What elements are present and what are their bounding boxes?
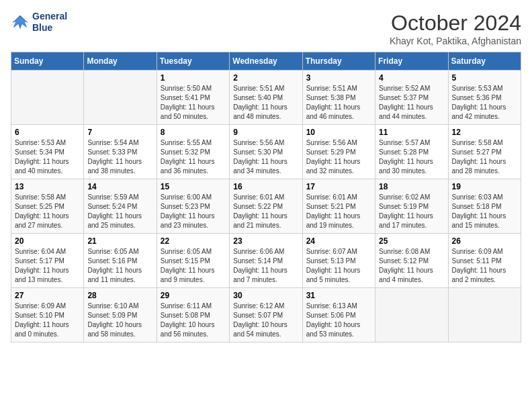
calendar-cell: 8Sunrise: 5:55 AMSunset: 5:32 PMDaylight… [157, 125, 229, 179]
calendar-cell: 12Sunrise: 5:58 AMSunset: 5:27 PMDayligh… [448, 125, 521, 179]
day-number: 10 [306, 128, 371, 137]
day-info: Sunrise: 6:10 AMSunset: 5:09 PMDaylight:… [87, 302, 152, 339]
day-number: 2 [233, 73, 298, 83]
day-number: 20 [15, 236, 80, 246]
day-info: Sunrise: 5:50 AMSunset: 5:41 PMDaylight:… [161, 84, 226, 122]
day-number: 13 [15, 182, 80, 191]
calendar-cell: 28Sunrise: 6:10 AMSunset: 5:09 PMDayligh… [84, 288, 157, 342]
day-number: 19 [452, 182, 517, 191]
week-row-4: 20Sunrise: 6:04 AMSunset: 5:17 PMDayligh… [11, 234, 521, 288]
day-info: Sunrise: 6:01 AMSunset: 5:21 PMDaylight:… [306, 193, 371, 230]
week-row-1: 1Sunrise: 5:50 AMSunset: 5:41 PMDaylight… [11, 71, 521, 125]
calendar-cell: 31Sunrise: 6:13 AMSunset: 5:06 PMDayligh… [302, 288, 375, 342]
day-info: Sunrise: 6:08 AMSunset: 5:12 PMDaylight:… [379, 247, 444, 285]
calendar-cell: 17Sunrise: 6:01 AMSunset: 5:21 PMDayligh… [302, 179, 375, 234]
day-number: 21 [87, 236, 152, 246]
calendar-cell [84, 71, 157, 125]
day-number: 22 [161, 236, 226, 246]
calendar-cell: 22Sunrise: 6:05 AMSunset: 5:15 PMDayligh… [157, 234, 229, 288]
day-info: Sunrise: 5:55 AMSunset: 5:32 PMDaylight:… [161, 138, 226, 176]
location-title: Khayr Kot, Paktika, Afghanistan [390, 36, 521, 46]
header-row: SundayMondayTuesdayWednesdayThursdayFrid… [11, 52, 521, 71]
day-number: 26 [452, 236, 517, 246]
day-info: Sunrise: 5:51 AMSunset: 5:40 PMDaylight:… [233, 84, 298, 122]
day-info: Sunrise: 5:56 AMSunset: 5:29 PMDaylight:… [306, 138, 371, 176]
day-info: Sunrise: 5:59 AMSunset: 5:24 PMDaylight:… [87, 193, 152, 230]
day-info: Sunrise: 5:58 AMSunset: 5:25 PMDaylight:… [15, 193, 80, 230]
day-number: 25 [379, 236, 444, 246]
day-number: 3 [306, 73, 371, 83]
calendar-cell: 11Sunrise: 5:57 AMSunset: 5:28 PMDayligh… [375, 125, 448, 179]
day-info: Sunrise: 6:13 AMSunset: 5:06 PMDaylight:… [306, 302, 371, 339]
calendar-table: SundayMondayTuesdayWednesdayThursdayFrid… [11, 52, 521, 342]
calendar-cell: 2Sunrise: 5:51 AMSunset: 5:40 PMDaylight… [230, 71, 302, 125]
day-number: 27 [15, 291, 80, 300]
day-number: 5 [452, 73, 517, 83]
day-info: Sunrise: 6:01 AMSunset: 5:22 PMDaylight:… [233, 193, 298, 230]
day-info: Sunrise: 6:05 AMSunset: 5:15 PMDaylight:… [161, 247, 226, 285]
day-number: 15 [161, 182, 226, 191]
day-number: 23 [233, 236, 298, 246]
day-number: 30 [233, 291, 298, 300]
day-info: Sunrise: 5:53 AMSunset: 5:34 PMDaylight:… [15, 138, 80, 176]
calendar-cell: 25Sunrise: 6:08 AMSunset: 5:12 PMDayligh… [375, 234, 448, 288]
day-info: Sunrise: 5:57 AMSunset: 5:28 PMDaylight:… [379, 138, 444, 176]
calendar-cell [375, 288, 448, 342]
day-number: 9 [233, 128, 298, 137]
calendar-cell: 9Sunrise: 5:56 AMSunset: 5:30 PMDaylight… [230, 125, 302, 179]
calendar-cell: 7Sunrise: 5:54 AMSunset: 5:33 PMDaylight… [84, 125, 157, 179]
calendar-cell: 4Sunrise: 5:52 AMSunset: 5:37 PMDaylight… [375, 71, 448, 125]
day-header-monday: Monday [84, 52, 157, 71]
day-info: Sunrise: 5:52 AMSunset: 5:37 PMDaylight:… [379, 84, 444, 122]
day-number: 18 [379, 182, 444, 191]
calendar-cell: 24Sunrise: 6:07 AMSunset: 5:13 PMDayligh… [302, 234, 375, 288]
day-number: 8 [161, 128, 226, 137]
day-header-sunday: Sunday [11, 52, 84, 71]
calendar-cell: 14Sunrise: 5:59 AMSunset: 5:24 PMDayligh… [84, 179, 157, 234]
day-header-friday: Friday [375, 52, 448, 71]
day-header-thursday: Thursday [302, 52, 375, 71]
day-info: Sunrise: 6:03 AMSunset: 5:18 PMDaylight:… [452, 193, 517, 230]
header: General Blue October 2024 Khayr Kot, Pak… [11, 11, 521, 46]
calendar-cell: 5Sunrise: 5:53 AMSunset: 5:36 PMDaylight… [448, 71, 521, 125]
day-number: 11 [379, 128, 444, 137]
day-number: 28 [87, 291, 152, 300]
calendar-cell: 27Sunrise: 6:09 AMSunset: 5:10 PMDayligh… [11, 288, 84, 342]
day-header-wednesday: Wednesday [230, 52, 302, 71]
day-number: 17 [306, 182, 371, 191]
calendar-cell [448, 288, 521, 342]
week-row-5: 27Sunrise: 6:09 AMSunset: 5:10 PMDayligh… [11, 288, 521, 342]
day-number: 14 [87, 182, 152, 191]
day-info: Sunrise: 6:12 AMSunset: 5:07 PMDaylight:… [233, 302, 298, 339]
day-info: Sunrise: 6:11 AMSunset: 5:08 PMDaylight:… [161, 302, 226, 339]
day-info: Sunrise: 6:00 AMSunset: 5:23 PMDaylight:… [161, 193, 226, 230]
logo-text: General Blue [32, 11, 67, 34]
title-area: October 2024 Khayr Kot, Paktika, Afghani… [390, 11, 521, 46]
calendar-cell: 21Sunrise: 6:05 AMSunset: 5:16 PMDayligh… [84, 234, 157, 288]
calendar-cell: 26Sunrise: 6:09 AMSunset: 5:11 PMDayligh… [448, 234, 521, 288]
logo-icon [11, 14, 30, 30]
calendar-cell: 20Sunrise: 6:04 AMSunset: 5:17 PMDayligh… [11, 234, 84, 288]
day-number: 29 [161, 291, 226, 300]
calendar-cell: 6Sunrise: 5:53 AMSunset: 5:34 PMDaylight… [11, 125, 84, 179]
day-info: Sunrise: 5:56 AMSunset: 5:30 PMDaylight:… [233, 138, 298, 176]
week-row-2: 6Sunrise: 5:53 AMSunset: 5:34 PMDaylight… [11, 125, 521, 179]
day-info: Sunrise: 6:07 AMSunset: 5:13 PMDaylight:… [306, 247, 371, 285]
day-header-saturday: Saturday [448, 52, 521, 71]
day-info: Sunrise: 6:05 AMSunset: 5:16 PMDaylight:… [87, 247, 152, 285]
day-header-tuesday: Tuesday [157, 52, 229, 71]
day-info: Sunrise: 6:02 AMSunset: 5:19 PMDaylight:… [379, 193, 444, 230]
day-number: 31 [306, 291, 371, 300]
day-info: Sunrise: 6:04 AMSunset: 5:17 PMDaylight:… [15, 247, 80, 285]
day-info: Sunrise: 5:53 AMSunset: 5:36 PMDaylight:… [452, 84, 517, 122]
day-info: Sunrise: 6:09 AMSunset: 5:11 PMDaylight:… [452, 247, 517, 285]
month-title: October 2024 [390, 11, 521, 36]
calendar-cell: 18Sunrise: 6:02 AMSunset: 5:19 PMDayligh… [375, 179, 448, 234]
calendar-cell: 13Sunrise: 5:58 AMSunset: 5:25 PMDayligh… [11, 179, 84, 234]
calendar-cell: 19Sunrise: 6:03 AMSunset: 5:18 PMDayligh… [448, 179, 521, 234]
day-info: Sunrise: 5:51 AMSunset: 5:38 PMDaylight:… [306, 84, 371, 122]
day-number: 4 [379, 73, 444, 83]
day-number: 12 [452, 128, 517, 137]
calendar-cell [11, 71, 84, 125]
day-number: 1 [161, 73, 226, 83]
